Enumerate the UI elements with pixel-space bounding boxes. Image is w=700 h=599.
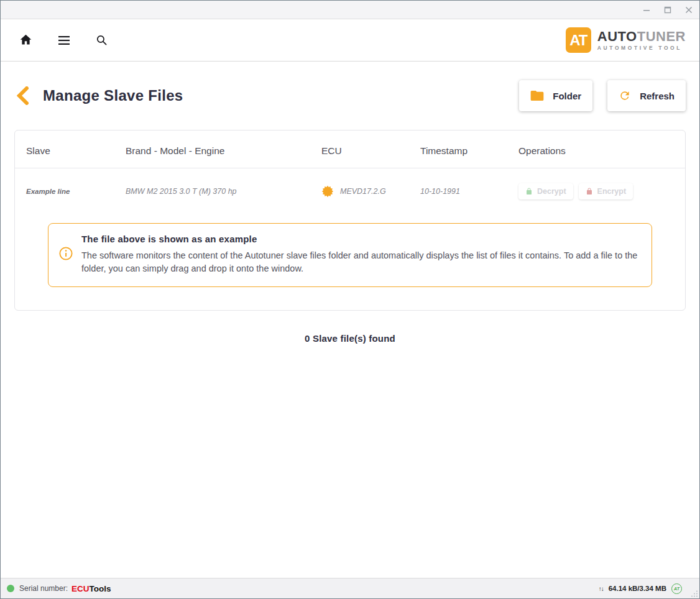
home-icon [19,34,32,47]
autotuner-logo: AT AUTOTUNER AUTOMOTIVE TOOL [566,27,686,53]
info-box-body: The software monitors the content of the… [81,249,639,275]
folder-icon [530,90,544,101]
nav-icons [19,34,108,47]
table-header-row: Slave Brand - Model - Engine ECU Timesta… [15,130,685,168]
autotuner-logo-badge: AT [566,27,591,53]
close-button[interactable] [678,1,699,19]
statusbar-right: ↑↓ 64.14 kB/3.34 MB AT [599,583,692,594]
autotuner-logo-text: AUTOTUNER AUTOMOTIVE TOOL [597,29,686,51]
hamburger-menu-icon [58,35,70,45]
serial-number-value-ecu: ECU [71,584,90,593]
maximize-icon [664,6,671,14]
logo-subtitle: AUTOMOTIVE TOOL [597,45,686,51]
main-content: Manage Slave Files Folder Refresh Slave … [1,62,699,578]
slave-files-card: Slave Brand - Model - Engine ECU Timesta… [14,130,686,311]
refresh-icon [619,89,631,102]
folder-button[interactable]: Folder [519,80,592,111]
decrypt-button[interactable]: Decrypt [518,183,573,199]
serial-number-label: Serial number: [19,584,68,593]
table-row-example: Example line BMW M2 2015 3.0 T (M) 370 h… [15,168,685,216]
column-header-slave: Slave [26,130,126,168]
slave-files-count: 0 Slave file(s) found [1,333,699,344]
encrypt-button[interactable]: Encrypt [579,183,633,199]
ecu-starburst-icon [321,185,334,198]
header-buttons: Folder Refresh [519,80,686,111]
page-header: Manage Slave Files Folder Refresh [1,62,699,130]
minimize-icon [643,6,650,14]
search-button[interactable] [95,34,108,47]
example-slave-cell: Example line [26,173,126,211]
page-title: Manage Slave Files [43,87,183,104]
example-operations-cell: Decrypt Encrypt [518,168,674,216]
column-header-ecu: ECU [321,130,420,168]
example-ecu-cell: MEVD17.2.G [321,170,420,214]
logo-tuner-text: TUNER [637,29,686,44]
serial-number-value-tools: Tools [90,584,111,593]
logo-auto-text: AUTO [597,29,637,44]
folder-button-label: Folder [553,91,581,101]
decrypt-button-label: Decrypt [537,187,566,196]
minimize-button[interactable] [636,1,657,19]
column-header-operations: Operations [518,130,674,168]
info-texts: The file above is shown as an example Th… [81,234,639,275]
info-icon [59,247,73,263]
network-stats: 64.14 kB/3.34 MB [609,585,666,592]
column-header-brand-model-engine: Brand - Model - Engine [126,130,321,168]
menu-button[interactable] [57,34,70,47]
refresh-button[interactable]: Refresh [607,80,686,111]
autotuner-status-icon: AT [671,583,682,594]
statusbar: Serial number: ECUTools ↑↓ 64.14 kB/3.34… [1,578,699,598]
green-lock-icon [525,188,533,195]
info-box: The file above is shown as an example Th… [48,223,652,287]
updown-arrows-icon: ↑↓ [599,585,604,592]
example-ecu-value: MEVD17.2.G [340,187,386,196]
logo-wordmark: AUTOTUNER [597,29,686,43]
navbar: AT AUTOTUNER AUTOMOTIVE TOOL [1,19,699,62]
resize-grip[interactable] [691,590,698,597]
info-box-title: The file above is shown as an example [81,234,639,244]
refresh-button-label: Refresh [640,91,675,101]
example-brand-cell: BMW M2 2015 3.0 T (M) 370 hp [126,172,321,212]
example-timestamp-cell: 10-10-1991 [420,172,518,212]
maximize-button[interactable] [657,1,678,19]
titlebar [1,1,699,19]
search-icon [96,34,108,46]
app-window: AT AUTOTUNER AUTOMOTIVE TOOL Manage Slav… [0,0,700,599]
close-icon [685,6,693,14]
back-button[interactable] [16,86,32,105]
column-header-timestamp: Timestamp [420,130,518,168]
connection-status-dot [7,585,14,592]
chevron-left-icon [16,86,29,105]
encrypt-button-label: Encrypt [597,187,627,196]
home-button[interactable] [19,34,32,47]
red-lock-icon [586,188,593,195]
